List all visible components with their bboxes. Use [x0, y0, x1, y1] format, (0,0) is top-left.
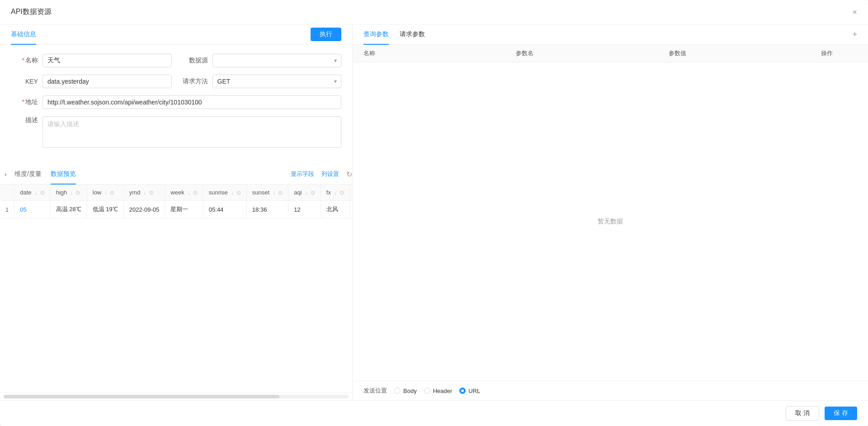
datasource-select[interactable]: [212, 54, 342, 67]
ymd-sort-icon[interactable]: ↓: [144, 190, 146, 195]
date-setting-icon[interactable]: ⊙: [40, 189, 45, 196]
date-sort-icon[interactable]: ↓: [35, 190, 38, 195]
tab-data-preview[interactable]: 数据预览: [51, 165, 76, 185]
params-col-param-name: 参数名: [516, 49, 668, 57]
exec-button[interactable]: 执行: [311, 28, 341, 41]
radio-url-label: URL: [468, 388, 480, 394]
modal-footer: 取 消 保 存: [0, 400, 868, 426]
aqi-setting-icon[interactable]: ⊙: [311, 189, 315, 196]
form-group-datasource: 数据源 ▾: [181, 54, 342, 67]
tab-dimension[interactable]: 维度/度量: [14, 165, 42, 185]
table-row: 1 05 高温 28℃ 低温 19℃ 2022-09-05 星期一 05:44 …: [0, 201, 352, 218]
cell-aqi: 12: [288, 201, 321, 218]
form-row-address: *地址: [11, 95, 341, 109]
method-label: 请求方法: [181, 77, 208, 85]
cell-rownum: 1: [0, 201, 14, 218]
th-low: low ↓ ⊙: [87, 185, 123, 201]
modal-title: API数据资源: [11, 7, 52, 17]
high-setting-icon[interactable]: ⊙: [75, 189, 80, 196]
scroll-bar-area[interactable]: [0, 393, 352, 400]
method-select-wrapper: GET POST PUT DELETE ▾: [212, 75, 342, 88]
week-sort-icon[interactable]: ↓: [188, 190, 190, 195]
show-fields-link[interactable]: 显示字段: [291, 170, 314, 178]
form-row-2: KEY 请求方法 GET POST PUT DELETE ▾: [11, 75, 341, 88]
th-sunrise: sunrise ↓ ⊙: [203, 185, 246, 201]
datasource-select-wrapper: ▾: [212, 54, 342, 67]
th-fx: fx ↓ ⊙: [321, 185, 349, 201]
modal-body: 基础信息 执行 *名称 数据源: [0, 24, 868, 400]
radio-url: URL: [459, 388, 480, 394]
datasource-label: 数据源: [181, 57, 208, 65]
sunrise-setting-icon[interactable]: ⊙: [236, 189, 241, 196]
preview-tabs-row: › 维度/度量 数据预览 显示字段 列设置 ↻: [0, 164, 352, 185]
form-area: *名称 数据源 ▾: [0, 45, 352, 164]
form-group-method: 请求方法 GET POST PUT DELETE ▾: [181, 75, 342, 88]
cell-ymd: 2022-09-05: [123, 201, 165, 218]
radio-body: Body: [394, 388, 417, 394]
sunrise-col-actions: ↓ ⊙: [231, 189, 241, 196]
cell-fx: 北风: [321, 201, 349, 218]
radio-header-label: Header: [433, 388, 453, 394]
right-no-data: 暂无数据: [353, 62, 868, 381]
scrollbar-track: [4, 395, 349, 398]
name-label: *名称: [11, 57, 38, 65]
sunrise-sort-icon[interactable]: ↓: [231, 190, 234, 195]
col-settings-link[interactable]: 列设置: [321, 170, 339, 178]
key-label: KEY: [11, 78, 38, 85]
sunset-setting-icon[interactable]: ⊙: [278, 189, 283, 196]
save-button[interactable]: 保 存: [825, 407, 857, 420]
week-col-actions: ↓ ⊙: [188, 189, 198, 196]
modal: API数据资源 × 基础信息 执行 *名称: [0, 0, 868, 426]
right-header: 查询参数 请求参数 +: [353, 24, 868, 45]
add-param-button[interactable]: +: [852, 30, 857, 39]
tab-basic-info[interactable]: 基础信息: [11, 25, 36, 45]
radio-body-circle[interactable]: [394, 388, 401, 394]
arrow-icon: ›: [5, 170, 7, 178]
tab-query-params[interactable]: 查询参数: [363, 25, 389, 45]
th-high: high ↓ ⊙: [50, 185, 87, 201]
aqi-sort-icon[interactable]: ↓: [305, 190, 308, 195]
sunset-sort-icon[interactable]: ↓: [273, 190, 276, 195]
refresh-icon[interactable]: ↻: [346, 170, 352, 179]
fx-col-actions: ↓ ⊙: [335, 189, 344, 196]
form-group-key: KEY: [11, 75, 172, 88]
aqi-col-actions: ↓ ⊙: [305, 189, 315, 196]
cancel-button[interactable]: 取 消: [786, 406, 819, 421]
name-input[interactable]: [42, 54, 172, 67]
close-button[interactable]: ×: [852, 8, 857, 16]
preview-section: › 维度/度量 数据预览 显示字段 列设置 ↻: [0, 164, 352, 400]
address-input[interactable]: [42, 95, 341, 109]
ymd-setting-icon[interactable]: ⊙: [149, 189, 154, 196]
low-setting-icon[interactable]: ⊙: [110, 189, 114, 196]
cell-fl: 3级: [350, 201, 352, 218]
cell-sunrise: 05:44: [203, 201, 246, 218]
th-fl: fl ↓ ⊙: [350, 185, 352, 201]
scrollbar-thumb[interactable]: [4, 395, 279, 398]
th-ymd: ymd ↓ ⊙: [123, 185, 165, 201]
data-table-wrapper[interactable]: date ↓ ⊙ high ↓: [0, 185, 352, 393]
tab-request-params[interactable]: 请求参数: [400, 25, 425, 45]
high-col-actions: ↓ ⊙: [71, 189, 80, 196]
th-aqi: aqi ↓ ⊙: [288, 185, 321, 201]
method-select[interactable]: GET POST PUT DELETE: [212, 75, 342, 88]
th-sunset: sunset ↓ ⊙: [246, 185, 288, 201]
key-input[interactable]: [42, 75, 172, 88]
week-setting-icon[interactable]: ⊙: [193, 189, 198, 196]
sidebar-filter-btn[interactable]: ›: [0, 170, 14, 178]
fx-setting-icon[interactable]: ⊙: [340, 189, 344, 196]
low-sort-icon[interactable]: ↓: [105, 190, 108, 195]
radio-body-label: Body: [403, 388, 417, 394]
high-sort-icon[interactable]: ↓: [71, 190, 73, 195]
form-group-name: *名称: [11, 54, 172, 67]
radio-url-circle[interactable]: [459, 388, 466, 394]
cell-sunset: 18:36: [246, 201, 288, 218]
params-col-param-value: 参数值: [669, 49, 821, 57]
fx-sort-icon[interactable]: ↓: [335, 190, 337, 195]
desc-textarea[interactable]: [42, 116, 341, 148]
ymd-col-actions: ↓ ⊙: [144, 189, 154, 196]
params-col-name: 名称: [363, 49, 516, 57]
desc-label: 描述: [11, 116, 38, 124]
form-row-desc: 描述: [11, 116, 341, 148]
radio-header-circle[interactable]: [424, 388, 430, 394]
address-label: *地址: [11, 98, 38, 106]
